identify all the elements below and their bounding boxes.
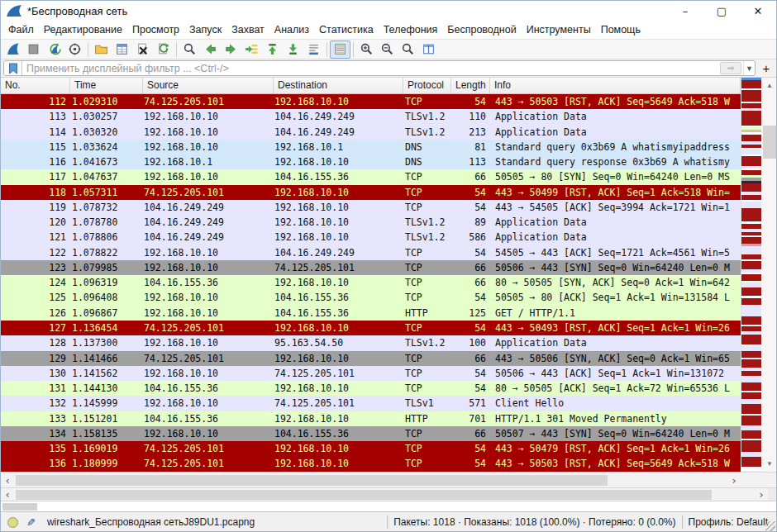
packet-row-120[interactable]: 1201.078780104.16.249.249192.168.10.10TL… [1,215,741,230]
close-file-button[interactable] [132,40,153,59]
column-header-protocol[interactable]: Protocol [403,78,451,93]
colorize-button[interactable] [330,40,350,59]
save-file-button[interactable] [112,40,132,59]
menu-item-10[interactable]: Помощь [596,21,646,39]
go-to-packet-icon [245,42,259,56]
add-filter-button[interactable]: + [759,60,774,76]
hscroll-thumb[interactable] [16,475,608,486]
menu-item-1[interactable]: Редактирование [39,21,127,39]
packet-row-126[interactable]: 1261.096867192.168.10.10104.16.155.36HTT… [1,306,741,321]
packet-row-119[interactable]: 1191.078732104.16.249.249192.168.10.10TC… [1,200,741,215]
packet-row-132[interactable]: 1321.145999192.168.10.1074.125.205.101TL… [1,396,741,411]
packet-row-112[interactable]: 1121.02931074.125.205.101192.168.10.10TC… [1,94,741,109]
reload-file-button[interactable] [153,40,174,59]
menu-item-9[interactable]: Инструменты [522,21,596,39]
minimap-stripe [741,316,761,325]
pane-scroll-thumb[interactable] [2,503,37,511]
minimap-stripe [741,376,761,382]
resize-grip[interactable] [765,521,775,531]
packet-row-125[interactable]: 1251.096408192.168.10.10104.16.155.36TCP… [1,290,741,305]
menu-item-3[interactable]: Запуск [184,21,226,39]
capture-options-button[interactable] [64,40,85,59]
maximize-button[interactable]: ▢ [703,1,740,21]
packet-row-123[interactable]: 1231.079985192.168.10.1074.125.205.101TC… [1,260,741,275]
packet-row-133[interactable]: 1331.151201104.16.155.36192.168.10.10HTT… [1,411,741,426]
cell-protocol: TLSv1.2 [403,230,451,245]
packet-row-129[interactable]: 1291.14146674.125.205.101192.168.10.10TC… [1,351,741,366]
packet-row-116[interactable]: 1161.041673192.168.10.1192.168.10.10DNS1… [1,154,741,169]
column-header-no[interactable]: No. [1,78,70,93]
packet-row-124[interactable]: 1241.096319104.16.155.36192.168.10.10TCP… [1,275,741,290]
cell-time: 1.078822 [70,245,143,260]
packet-row-113[interactable]: 1131.030257192.168.10.10104.16.249.249TL… [1,109,741,124]
scroll-left-arrow-icon[interactable]: ‹ [1,488,14,501]
expert-info-button[interactable] [7,517,18,528]
apply-filter-button[interactable]: ➡ [720,62,741,74]
zoom-out-button[interactable] [377,40,398,59]
column-header-time[interactable]: Time [70,78,143,93]
display-filter-input[interactable] [22,61,720,75]
scroll-down-arrow-icon[interactable]: ▼ [761,458,777,470]
go-back-button[interactable] [200,40,221,59]
auto-scroll-button[interactable] [303,40,324,59]
scroll-left-arrow-icon[interactable]: ‹ [1,473,14,487]
packet-row-127[interactable]: 1271.13645474.125.205.101192.168.10.10TC… [1,321,741,335]
profile-label[interactable]: Профиль: Default [689,516,769,528]
column-header-destination[interactable]: Destination [274,78,403,93]
scroll-right-arrow-icon[interactable]: › [755,488,768,501]
scroll-right-arrow-icon[interactable]: › [727,473,741,487]
go-forward-button[interactable] [221,40,241,59]
go-last-button[interactable] [283,40,303,59]
filter-dropdown-caret[interactable]: ▼ [743,61,755,75]
find-packet-button[interactable] [179,40,200,59]
packet-row-131[interactable]: 1311.144130104.16.155.36192.168.10.10TCP… [1,381,741,396]
packet-row-122[interactable]: 1221.078822192.168.10.10104.16.249.249TC… [1,245,741,260]
column-header-length[interactable]: Length [451,78,490,93]
vertical-scroll-thumb[interactable] [763,126,776,159]
packet-row-136[interactable]: 1361.18099974.125.205.101192.168.10.10TC… [1,456,741,471]
cell-no: 135 [1,441,70,456]
go-first-button[interactable] [262,40,283,59]
packet-row-121[interactable]: 1211.078806104.16.249.249192.168.10.10TL… [1,230,741,245]
intelligent-scrollbar-minimap[interactable] [741,78,761,472]
packet-row-135[interactable]: 1351.16901974.125.205.101192.168.10.10TC… [1,441,741,456]
packet-row-118[interactable]: 1181.05731174.125.205.101192.168.10.10TC… [1,185,741,200]
secondary-hscrollbar[interactable]: ‹ › [1,487,768,501]
zoom-in-icon [360,42,374,56]
start-capture-button[interactable] [2,40,23,59]
packet-row-130[interactable]: 1301.141562192.168.10.1074.125.205.101TC… [1,366,741,381]
menu-item-6[interactable]: Статистика [314,21,379,39]
zoom-reset-button[interactable] [398,40,418,59]
menu-item-4[interactable]: Захват [226,21,269,39]
scroll-up-arrow-icon[interactable]: ▲ [761,79,777,92]
capture-comment-icon[interactable]: ✎ [26,516,36,529]
restart-capture-button[interactable] [44,40,64,59]
column-header-info[interactable]: Info [490,78,741,93]
cell-source: 104.16.249.249 [143,200,274,215]
column-header-source[interactable]: Source [143,78,274,93]
filter-bookmark-button[interactable] [4,61,22,75]
minimize-button[interactable]: – [667,1,703,21]
menu-item-7[interactable]: Телефония [379,21,443,39]
hscroll-thumb[interactable] [16,490,712,500]
zoom-in-button[interactable] [356,40,377,59]
cell-no: 133 [1,411,70,426]
menu-item-2[interactable]: Просмотр [127,21,184,39]
menu-item-0[interactable]: Файл [3,21,39,39]
stop-capture-button[interactable] [23,40,44,59]
packet-row-115[interactable]: 1151.033624192.168.10.10192.168.10.1DNS8… [1,140,741,154]
packet-row-134[interactable]: 1341.158135192.168.10.10104.16.155.36TCP… [1,426,741,441]
packet-row-117[interactable]: 1171.047637192.168.10.10104.16.155.36TCP… [1,169,741,184]
resize-columns-button[interactable] [418,40,439,59]
cell-time: 1.145999 [70,396,143,411]
cell-source: 192.168.10.10 [143,335,274,350]
menu-item-5[interactable]: Анализ [269,21,314,39]
vertical-scrollbar[interactable]: ▲ ▼ [761,78,777,472]
go-to-packet-button[interactable] [241,40,262,59]
packet-row-128[interactable]: 1281.137300192.168.10.1095.163.54.50TLSv… [1,335,741,350]
packet-row-114[interactable]: 1141.030320192.168.10.10104.16.249.249TL… [1,125,741,140]
menu-item-8[interactable]: Беспроводной [442,21,521,39]
close-button[interactable]: ✕ [740,1,776,21]
packet-list-hscrollbar[interactable]: ‹ › [1,472,741,487]
open-file-button[interactable] [91,40,112,59]
